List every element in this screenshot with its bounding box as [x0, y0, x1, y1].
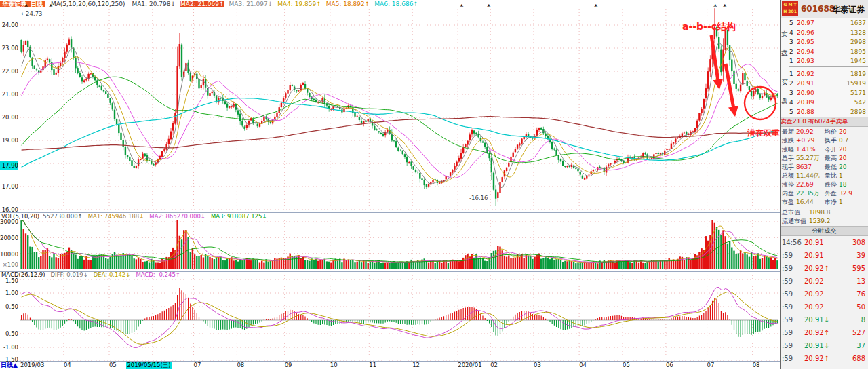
chart-region[interactable]: 华泰证券日线 MA(5,10,20,60,120,250) MA1: 20.79… [0, 0, 780, 369]
stat-value: 1539.2 [809, 217, 868, 226]
time-sales-row: :5920.92↑527 [781, 326, 868, 339]
time-sales-list[interactable]: 14:5620.91308:5920.9139:5920.92↑595:5920… [781, 236, 868, 365]
order-book-row[interactable]: 420.961328 [789, 28, 868, 37]
stat-label: 最低 [823, 163, 839, 172]
stat-label: 现手 [781, 163, 796, 172]
tick-volume: 13 [833, 275, 868, 288]
stat-label: 流通市值 [781, 217, 809, 226]
tick-price: 20.92 [804, 300, 833, 313]
quote-panel-header: G M T H 201 601688 华泰证券 [781, 0, 868, 18]
stat-label: 总额 [781, 172, 796, 180]
volume-tick: 10000 [0, 251, 18, 258]
stat-value: 1 [839, 172, 868, 180]
order-book-row[interactable]: 220.941895 [789, 47, 868, 56]
order-book-row[interactable]: 320.952998 [789, 37, 868, 47]
time-sales-row: :5920.9250 [781, 300, 868, 313]
macd-hist-value: MACD: -0.245↑ [136, 271, 180, 278]
stat-label: 最高 [823, 154, 839, 163]
order-book-row[interactable]: 520.882898 [789, 107, 868, 117]
date-tick: 07 [194, 362, 201, 368]
stat-row: 涨幅1.41%今开20 [781, 145, 868, 154]
tick-time: :59 [781, 352, 804, 365]
event-marker-asterisk: * [713, 3, 717, 12]
order-book-row[interactable]: 220.9115919 [789, 79, 868, 88]
tick-price: 20.91↓ [804, 339, 833, 352]
date-tick: 10 [330, 362, 338, 368]
time-sales-row: :5920.9276 [781, 288, 868, 300]
divider [0, 9, 780, 9]
stock-code: 601688 [801, 4, 835, 14]
volume-ma2: MA2: 865270.000↓ [149, 213, 205, 220]
volume-chart[interactable] [0, 220, 780, 271]
event-marker-asterisk: * [723, 3, 727, 12]
order-level: 5 [789, 107, 797, 117]
ma-value: MA4: 19.859↑ [277, 1, 321, 7]
period-label[interactable]: 日线 [28, 1, 45, 7]
order-level: 4 [789, 98, 797, 107]
stat-row: 涨停22.69跌停18 [781, 180, 868, 189]
tick-price: 20.92↑ [804, 262, 833, 275]
tick-price: 20.91 [804, 236, 833, 249]
order-book-row[interactable]: 420.89542 [789, 98, 868, 107]
tick-volume: 688 [833, 352, 868, 365]
order-volume: 15919 [821, 79, 868, 88]
stat-label: 涨跌 [781, 136, 796, 145]
sell-side-label: 卖 [781, 29, 788, 39]
stat-value: 20 [839, 163, 868, 172]
date-tick: 04 [579, 362, 587, 368]
stat-value: 22.69 [796, 180, 823, 189]
order-book[interactable]: 卖 盘 买 盘 520.971637420.961328320.95299822… [781, 18, 868, 117]
macd-tick: 1.50 [0, 277, 18, 284]
stat-value: 55.27万 [796, 154, 823, 163]
order-book-row[interactable]: 120.921819 [789, 69, 868, 79]
event-marker-asterisk: * [594, 3, 598, 12]
stat-value: 8637 [796, 163, 823, 172]
order-volume: 542 [821, 98, 868, 107]
abc-structure-annotation: a--b--c结构 [682, 21, 736, 33]
ma-values: MA1: 20.798↓MA2: 21.069↑MA3: 21.097↓MA4:… [127, 1, 418, 7]
tick-price: 20.92 [804, 288, 833, 300]
period-corner-label[interactable]: 日线▲ [1, 361, 18, 369]
order-book-row[interactable]: 520.971637 [789, 18, 868, 28]
order-price: 20.91 [797, 79, 821, 88]
order-volume: 1637 [821, 18, 868, 28]
volume-tick: 30000 [0, 218, 18, 225]
ma-settings-label: MA(5,10,20,60,120,250) [51, 1, 125, 7]
time-sales-row: :5920.92↑595 [781, 262, 868, 275]
stat-label: 市净 [823, 198, 839, 207]
tick-volume: 8 [833, 313, 868, 326]
price-tick: 24.00 [0, 22, 18, 28]
date-tick: 08 [237, 362, 244, 368]
date-tick: 09 [285, 362, 292, 368]
stat-label: 换手 [823, 136, 839, 145]
stat-label: 最新 [781, 128, 796, 136]
order-price: 20.95 [797, 37, 821, 47]
ma-value: MA3: 21.097↓ [229, 1, 273, 7]
tick-time: :59 [781, 300, 804, 313]
volume-ma3: MA3: 918087.125↓ [211, 213, 267, 220]
stat-value: 0.7 [839, 136, 868, 145]
stat-row: 现手8637最低20 [781, 163, 868, 172]
order-level: 1 [789, 69, 797, 79]
order-book-row[interactable]: 120.931945 [789, 56, 868, 66]
macd-tick: 1.00 [0, 290, 18, 296]
time-sales-header: 分时成交 [781, 227, 868, 236]
double-bottom-annotation: 潜在双重底 [747, 128, 780, 139]
price-tick: 22.00 [0, 68, 18, 75]
stat-label: 外盘 [823, 189, 839, 198]
stat-label: 今开 [823, 145, 839, 154]
price-tick: 19.00 [0, 137, 18, 144]
macd-chart[interactable] [0, 273, 780, 361]
order-book-row[interactable]: 320.905171 [789, 88, 868, 98]
time-sales-row: :5920.91↓37 [781, 339, 868, 352]
ma-value: MA2: 21.069↑ [180, 1, 224, 7]
tick-time: :59 [781, 288, 804, 300]
stat-label: 总市值 [781, 208, 809, 217]
stat-label: 涨幅 [781, 145, 796, 154]
stat-value: 1 [839, 198, 868, 207]
price-tick: 16.00 [0, 206, 18, 213]
tick-time: :59 [781, 326, 804, 339]
stat-label: 跌停 [823, 180, 839, 189]
candlestick-chart[interactable] [0, 9, 780, 213]
macd-header: MACD(26,12,9)DIFF: 0.019↓DEA: 0.142↓MACD… [1, 271, 180, 278]
